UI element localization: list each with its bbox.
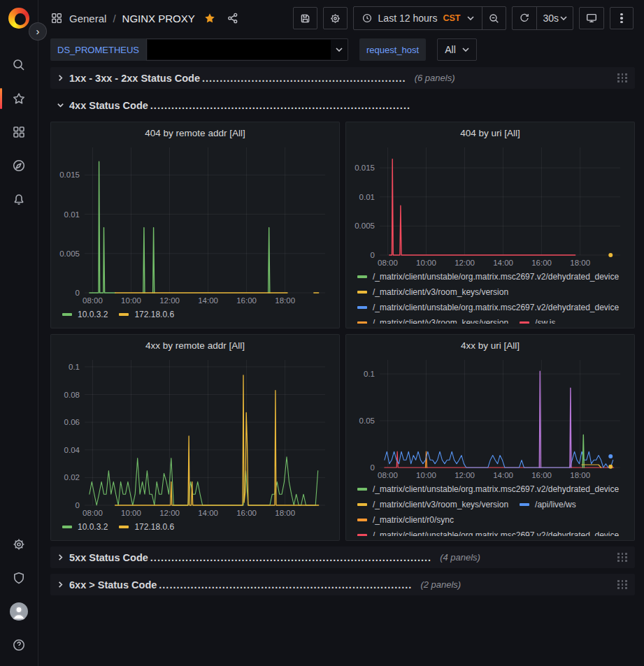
sidebar-item-explore[interactable] <box>0 149 38 182</box>
star-filled-icon <box>203 12 216 24</box>
sidebar-item-help[interactable] <box>0 628 38 662</box>
bell-icon <box>12 192 26 206</box>
chart-canvas: 08:0010:0012:0014:0016:0018:0000.0050.01… <box>352 142 629 269</box>
zoom-out-time-button[interactable] <box>482 7 506 29</box>
svg-text:10:00: 10:00 <box>121 296 141 305</box>
svg-text:0: 0 <box>76 501 80 509</box>
series-color-chip <box>62 526 72 528</box>
sidebar-item-dashboards[interactable] <box>0 115 38 149</box>
series-label: /_matrix/client/unstable/org.matrix.msc2… <box>373 484 619 494</box>
series-color-chip <box>357 503 367 506</box>
svg-text:0.06: 0.06 <box>64 418 80 426</box>
time-series-chart[interactable]: 08:0010:0012:0014:0016:0018:0000.050.1 <box>352 354 629 482</box>
variable-value-dropdown[interactable] <box>146 38 348 61</box>
legend-item[interactable]: /_matrix/client/unstable/org.matrix.msc2… <box>357 482 619 497</box>
time-series-chart[interactable]: 08:0010:0012:0014:0016:0018:0000.0050.01… <box>352 142 629 269</box>
share-button[interactable] <box>224 10 241 27</box>
variable-label[interactable]: DS_PROMETHEUS <box>50 38 146 61</box>
series-color-chip <box>119 526 129 528</box>
breadcrumb-folder[interactable]: General <box>69 13 106 24</box>
legend-item[interactable]: 10.0.3.2 <box>62 307 108 322</box>
series-color-chip <box>357 488 367 491</box>
svg-text:14:00: 14:00 <box>198 509 218 517</box>
row-1xx-3xx-2xx[interactable]: 1xx - 3xx - 2xx Status Code ............… <box>50 67 635 89</box>
breadcrumb-dashboard-title[interactable]: NGINX PROXY <box>122 13 195 24</box>
chart-canvas: 08:0010:0012:0014:0016:0018:0000.020.040… <box>57 354 334 519</box>
legend-item[interactable]: /_matrix/client/unstable/org.matrix.msc2… <box>357 269 619 284</box>
chart-canvas: 08:0010:0012:0014:0016:0018:0000.0050.01… <box>57 142 334 307</box>
row-drag-handle[interactable] <box>616 579 629 591</box>
time-range-picker[interactable]: Last 12 hours CST <box>354 7 482 29</box>
row-drag-handle[interactable] <box>616 72 629 84</box>
sidebar-item-configuration[interactable] <box>0 528 38 561</box>
sidebar: › <box>0 0 38 666</box>
sidebar-nav <box>0 48 38 216</box>
svg-text:0: 0 <box>371 251 375 259</box>
sidebar-item-starred[interactable] <box>0 82 38 115</box>
legend-item[interactable]: /sw.js <box>520 315 555 324</box>
series-color-chip <box>357 534 367 536</box>
save-icon <box>299 13 311 24</box>
series-label: /_matrix/client/unstable/org.matrix.msc2… <box>373 303 619 312</box>
variable-request-host: request_host <box>359 38 426 61</box>
svg-text:0.08: 0.08 <box>64 391 80 399</box>
legend-item[interactable]: 172.18.0.6 <box>119 519 174 535</box>
series-color-chip <box>62 313 72 316</box>
sidebar-item-search[interactable] <box>0 48 38 82</box>
panel-title[interactable]: 404 by remote addr [All] <box>57 125 334 142</box>
svg-text:14:00: 14:00 <box>493 471 513 479</box>
save-dashboard-button[interactable] <box>293 7 317 29</box>
series-label: /_matrix/client/v3/room_keys/version <box>373 318 508 324</box>
refresh-button[interactable] <box>513 7 536 29</box>
panel-title[interactable]: 4xx by remote addr [All] <box>57 338 334 354</box>
sidebar-bottom <box>0 528 38 662</box>
timezone-label: CST <box>443 13 460 23</box>
time-series-chart[interactable]: 08:0010:0012:0014:0016:0018:0000.020.040… <box>57 354 334 519</box>
zoom-out-icon <box>488 13 500 24</box>
svg-text:08:00: 08:00 <box>83 509 103 517</box>
row-5xx[interactable]: 5xx Status Code ........................… <box>50 546 635 568</box>
grafana-logo[interactable] <box>8 8 29 29</box>
cycle-view-mode-button[interactable] <box>579 7 604 29</box>
legend-item[interactable]: /_matrix/client/v3/room_keys/version <box>357 315 508 324</box>
shield-icon <box>12 571 26 585</box>
panel-404-by-remote-addr: 404 by remote addr [All] 08:0010:0012:00… <box>50 122 340 328</box>
refresh-interval-dropdown[interactable]: 30s <box>536 7 573 29</box>
variable-value-all-dropdown[interactable]: All <box>437 38 477 61</box>
row-drag-handle[interactable] <box>616 551 629 563</box>
header-actions: Last 12 hours CST <box>293 6 634 30</box>
sidebar-item-server-admin[interactable] <box>0 561 38 595</box>
svg-text:16:00: 16:00 <box>531 471 552 479</box>
row-panel-count: (2 panels) <box>420 579 461 590</box>
legend-item[interactable]: /_matrix/client/v3/room_keys/version <box>357 284 508 300</box>
legend-item[interactable]: 172.18.0.6 <box>119 307 174 322</box>
sidebar-expand-button[interactable]: › <box>29 22 47 41</box>
legend-item[interactable]: /_matrix/client/r0/sync <box>357 512 454 528</box>
legend-item[interactable]: /api/live/ws <box>520 497 576 512</box>
legend-item[interactable]: /_matrix/client/v3/room_keys/version <box>357 497 508 512</box>
dashboard-settings-button[interactable] <box>323 7 348 29</box>
legend-item[interactable]: 10.0.3.2 <box>62 519 108 535</box>
legend-item[interactable]: /_matrix/client/unstable/org.matrix.msc2… <box>357 528 619 536</box>
row-6xx[interactable]: 6xx > Status Code ......................… <box>50 574 635 595</box>
sidebar-item-alerting[interactable] <box>0 182 38 216</box>
panel-title[interactable]: 4xx by uri [All] <box>352 338 629 354</box>
panel-title[interactable]: 404 by uri [All] <box>352 125 629 142</box>
more-options-button[interactable] <box>610 7 634 29</box>
legend-item[interactable]: /_matrix/client/unstable/org.matrix.msc2… <box>357 300 619 315</box>
svg-text:10:00: 10:00 <box>416 259 436 267</box>
series-color-chip <box>119 313 129 316</box>
favorite-star-button[interactable] <box>201 10 218 27</box>
series-label: /_matrix/client/r0/sync <box>373 515 454 525</box>
series-label: /api/live/ws <box>535 500 576 509</box>
panel-4xx-by-remote-addr: 4xx by remote addr [All] 08:0010:0012:00… <box>50 334 340 541</box>
time-series-chart[interactable]: 08:0010:0012:0014:0016:0018:0000.0050.01… <box>57 142 334 307</box>
sidebar-item-profile[interactable] <box>0 595 38 628</box>
series-label: /_matrix/client/unstable/org.matrix.msc2… <box>373 272 619 282</box>
variable-label[interactable]: request_host <box>359 38 426 61</box>
row-4xx[interactable]: 4xx Status Code ........................… <box>50 94 635 116</box>
chart-legend: 10.0.3.2172.18.0.6 <box>57 519 334 536</box>
gear-icon <box>12 537 26 551</box>
chevron-down-icon <box>462 48 469 52</box>
row-dots: ........................................… <box>202 73 406 84</box>
